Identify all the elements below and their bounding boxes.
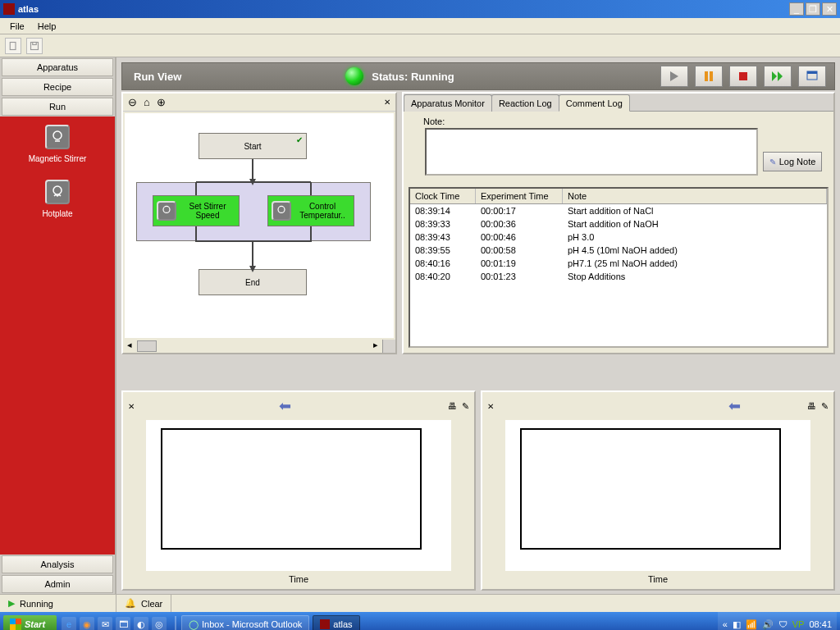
restore-button[interactable]: ❐ xyxy=(806,2,820,16)
zoom-out-icon[interactable]: ⊖ xyxy=(128,96,137,108)
tray-icon[interactable]: 📶 xyxy=(746,619,757,630)
atlas-tb-icon xyxy=(320,619,330,629)
tray-icon[interactable]: 🔊 xyxy=(762,619,774,630)
media-icon[interactable]: ◐ xyxy=(134,617,148,630)
hotplate-label: Hotplate xyxy=(42,209,72,218)
th-note[interactable]: Note xyxy=(563,189,827,203)
minimize-button[interactable]: _ xyxy=(789,2,804,16)
quick-launch: e ◉ ✉ 🗔 ◐ ◎ xyxy=(62,617,167,630)
flow-canvas[interactable]: Start ✔ Set Stirrer Speed Control Temper… xyxy=(125,113,394,338)
tab-comment-log[interactable]: Comment Log xyxy=(559,94,630,112)
tab-apparatus-monitor[interactable]: Apparatus Monitor xyxy=(404,94,492,112)
status-led xyxy=(345,67,363,85)
desktop-icon[interactable]: 🗔 xyxy=(116,617,130,630)
home-icon[interactable]: ⌂ xyxy=(144,96,150,108)
chart-xlabel: Time xyxy=(128,573,469,584)
table-row[interactable]: 08:40:2000:01:23Stop Additions xyxy=(410,270,827,283)
svg-rect-1 xyxy=(31,42,39,49)
pause-button[interactable] xyxy=(695,66,723,87)
chart-left: ✕ ⬅ 🖶 ✎ Time xyxy=(121,390,476,591)
firefox-icon[interactable]: ◉ xyxy=(80,617,94,630)
content: Run View Status: Running ⊖ ⌂ ⊕ ✕ xyxy=(116,57,840,594)
arrow-left-icon[interactable]: ⬅ xyxy=(279,397,291,415)
svg-rect-8 xyxy=(739,72,747,80)
tray-clock: 08:41 xyxy=(809,619,832,629)
status-label: Status: Running xyxy=(372,71,454,83)
th-clock[interactable]: Clock Time xyxy=(410,189,476,203)
sidebar-apparatus[interactable]: Apparatus xyxy=(2,58,113,76)
print-icon[interactable]: 🖶 xyxy=(807,401,816,412)
arrow-left-icon[interactable]: ⬅ xyxy=(728,397,741,415)
table-row[interactable]: 08:40:1600:01:19pH7.1 (25 ml NaOH added) xyxy=(410,257,827,270)
table-row[interactable]: 08:39:3300:00:36Start addition of NaOH xyxy=(410,217,827,231)
bell-icon[interactable]: 🔔 xyxy=(125,598,136,609)
tray-icon[interactable]: 🛡 xyxy=(778,619,788,629)
sidebar-recipe[interactable]: Recipe xyxy=(2,78,113,96)
save-icon[interactable] xyxy=(26,38,43,54)
play-small-icon: ▶ xyxy=(8,598,15,609)
edit-icon[interactable]: ✎ xyxy=(462,401,469,412)
svg-rect-6 xyxy=(705,71,708,81)
stop-button[interactable] xyxy=(729,66,757,87)
sidebar-admin[interactable]: Admin xyxy=(2,575,113,593)
taskbar-outlook[interactable]: ◯ Inbox - Microsoft Outlook xyxy=(181,615,309,630)
start-button[interactable]: Start xyxy=(3,615,57,630)
system-tray: « ◧ 📶 🔊 🛡 VP 08:41 xyxy=(718,612,837,630)
chart-right-canvas[interactable] xyxy=(505,420,810,571)
chart-close-icon[interactable]: ✕ xyxy=(128,402,135,411)
tray-expand-icon[interactable]: « xyxy=(723,619,728,629)
sidebar-devices: Magnetic Stirrer Hotplate xyxy=(0,116,115,555)
tray-icon[interactable]: ◧ xyxy=(733,619,741,630)
ie-icon[interactable]: e xyxy=(62,617,76,630)
svg-rect-2 xyxy=(33,42,37,44)
window-options-button[interactable] xyxy=(798,66,826,87)
print-icon[interactable]: 🖶 xyxy=(448,401,457,412)
log-note-button[interactable]: ✎ Log Note xyxy=(763,152,822,171)
titlebar: atlas _ ❐ ✕ xyxy=(0,0,840,18)
svg-marker-16 xyxy=(249,266,256,272)
status-clear[interactable]: Clear xyxy=(141,599,162,609)
toolbar xyxy=(0,34,840,57)
flow-hscroll[interactable]: ◂ ▸ xyxy=(123,340,395,353)
table-row[interactable]: 08:39:4300:00:46pH 3.0 xyxy=(410,231,827,244)
table-row[interactable]: 08:39:1400:00:17Start addition of NaCl xyxy=(410,204,827,217)
svg-marker-10 xyxy=(778,71,783,81)
tab-reaction-log[interactable]: Reaction Log xyxy=(491,94,559,112)
window-title: atlas xyxy=(18,4,39,14)
svg-rect-7 xyxy=(710,71,713,81)
chart-xlabel: Time xyxy=(487,573,829,584)
menu-help[interactable]: Help xyxy=(31,20,63,33)
mail-icon[interactable]: ✉ xyxy=(98,617,112,630)
app-ql-icon[interactable]: ◎ xyxy=(152,617,167,630)
tray-icon[interactable]: VP xyxy=(792,619,805,629)
log-tbody: 08:39:1400:00:17Start addition of NaCl08… xyxy=(410,204,827,283)
th-exptime[interactable]: Experiment Time xyxy=(476,189,563,203)
fastforward-button[interactable] xyxy=(764,66,792,87)
sidebar-run[interactable]: Run xyxy=(2,98,113,116)
chart-close-icon[interactable]: ✕ xyxy=(487,402,494,411)
hotplate-icon[interactable] xyxy=(45,180,70,204)
log-tabs: Apparatus Monitor Reaction Log Comment L… xyxy=(404,94,833,112)
stirrer-icon[interactable] xyxy=(45,125,70,149)
table-row[interactable]: 08:39:5500:00:58pH 4.5 (10ml NaOH added) xyxy=(410,244,827,257)
sidebar-analysis[interactable]: Analysis xyxy=(2,555,113,573)
svg-marker-5 xyxy=(670,71,678,81)
note-textarea[interactable] xyxy=(425,128,758,176)
svg-point-4 xyxy=(53,186,62,194)
taskbar-atlas[interactable]: atlas xyxy=(313,615,359,630)
menu-file[interactable]: File xyxy=(3,20,31,33)
sidebar: Apparatus Recipe Run Magnetic Stirrer Ho… xyxy=(0,57,116,594)
panel-close-icon[interactable]: ✕ xyxy=(384,98,390,107)
new-icon[interactable] xyxy=(5,38,21,54)
play-button[interactable] xyxy=(660,66,688,87)
runbar: Run View Status: Running xyxy=(121,62,835,90)
charts-row: ✕ ⬅ 🖶 ✎ Time ✕ ⬅ 🖶 ✎ xyxy=(116,387,840,594)
edit-icon[interactable]: ✎ xyxy=(821,401,829,412)
chart-left-canvas[interactable] xyxy=(146,420,451,571)
zoom-in-icon[interactable]: ⊕ xyxy=(157,96,166,108)
log-panel: Apparatus Monitor Reaction Log Comment L… xyxy=(402,92,835,354)
runview-title: Run View xyxy=(134,71,181,83)
app-icon xyxy=(3,3,15,15)
close-button[interactable]: ✕ xyxy=(822,2,837,16)
flow-panel: ⊖ ⌂ ⊕ ✕ Start ✔ Set Stirrer Speed xyxy=(121,92,397,354)
